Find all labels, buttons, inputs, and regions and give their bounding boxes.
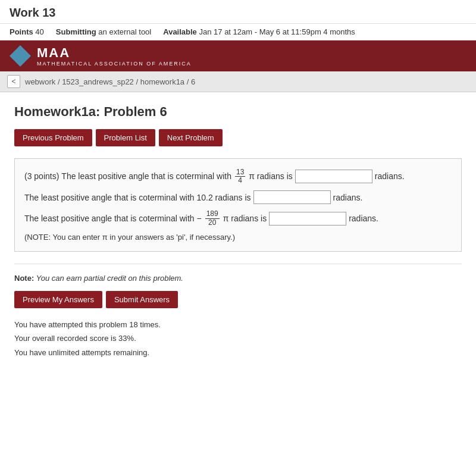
submitting-info: Submitting an external tool bbox=[56, 27, 151, 36]
answer-input-2[interactable] bbox=[253, 190, 331, 204]
submit-answers-button[interactable]: Submit Answers bbox=[106, 291, 178, 308]
breadcrumb-path: webwork / 1523_andrews_sp22 / homework1a… bbox=[25, 77, 195, 86]
attempt-line-2: Your overall recorded score is 33%. bbox=[14, 331, 462, 345]
problem-title: Homework1a: Problem 6 bbox=[14, 104, 462, 120]
line3-post-text: radians. bbox=[349, 212, 378, 225]
line1-pre-text: The least positive angle that is cotermi… bbox=[61, 170, 231, 183]
preview-answers-button[interactable]: Preview My Answers bbox=[14, 291, 102, 308]
attempt-info: You have attempted this problem 18 times… bbox=[14, 318, 462, 359]
partial-credit-label: Note: bbox=[14, 274, 34, 283]
problem-line-3: The least positive angle that is cotermi… bbox=[24, 210, 452, 226]
partial-credit-text: You can earn partial credit on this prob… bbox=[36, 274, 183, 283]
maa-title: MAA bbox=[37, 45, 192, 61]
maa-logo-icon bbox=[10, 45, 31, 67]
line3-fraction: 189 20 bbox=[205, 210, 220, 226]
line1-fraction-denominator: 4 bbox=[237, 177, 243, 184]
line3-pi-text: π radians is bbox=[223, 212, 267, 225]
partial-credit-note: Note: You can earn partial credit on thi… bbox=[14, 274, 462, 283]
line3-fraction-numerator: 189 bbox=[205, 210, 220, 218]
problem-line-1: (3 points) The least positive angle that… bbox=[24, 168, 452, 184]
nav-buttons: Previous Problem Problem List Next Probl… bbox=[14, 129, 462, 146]
line3-pre-text: The least positive angle that is cotermi… bbox=[24, 212, 202, 225]
problem-list-button[interactable]: Problem List bbox=[96, 129, 155, 146]
line2-pre-text: The least positive angle that is cotermi… bbox=[24, 191, 251, 204]
problem-line-2: The least positive angle that is cotermi… bbox=[24, 190, 452, 204]
next-problem-button[interactable]: Next Problem bbox=[159, 129, 223, 146]
maa-header: MAA MATHEMATICAL ASSOCIATION OF AMERICA bbox=[0, 40, 476, 71]
maa-subtitle: MATHEMATICAL ASSOCIATION OF AMERICA bbox=[37, 61, 192, 67]
line3-fraction-denominator: 20 bbox=[207, 219, 217, 227]
answer-input-3[interactable] bbox=[269, 212, 346, 226]
line2-post-text: radians. bbox=[333, 191, 363, 204]
line1-pi-text: π radians is bbox=[249, 170, 292, 183]
attempt-line-3: You have unlimited attempts remaining. bbox=[14, 346, 462, 359]
breadcrumb-back-button[interactable]: < bbox=[7, 75, 20, 88]
answer-input-1[interactable] bbox=[295, 170, 372, 183]
previous-problem-button[interactable]: Previous Problem bbox=[14, 129, 92, 146]
attempt-line-1: You have attempted this problem 18 times… bbox=[14, 318, 462, 331]
line1-post-text: radians. bbox=[375, 170, 405, 183]
breadcrumb: < webwork / 1523_andrews_sp22 / homework… bbox=[0, 71, 476, 92]
problem-note: (NOTE: You can enter π in your answers a… bbox=[24, 233, 452, 242]
points-info: Points 40 bbox=[10, 27, 44, 36]
available-info: Available Jan 17 at 12am - May 6 at 11:5… bbox=[163, 27, 355, 36]
page-title: Work 13 bbox=[10, 6, 466, 20]
action-buttons: Preview My Answers Submit Answers bbox=[14, 291, 462, 308]
line1-fraction-numerator: 13 bbox=[235, 168, 245, 177]
line1-points: (3 points) bbox=[24, 170, 59, 183]
separator-1 bbox=[14, 264, 462, 264]
problem-box: (3 points) The least positive angle that… bbox=[14, 158, 462, 252]
line1-fraction: 13 4 bbox=[235, 168, 245, 184]
